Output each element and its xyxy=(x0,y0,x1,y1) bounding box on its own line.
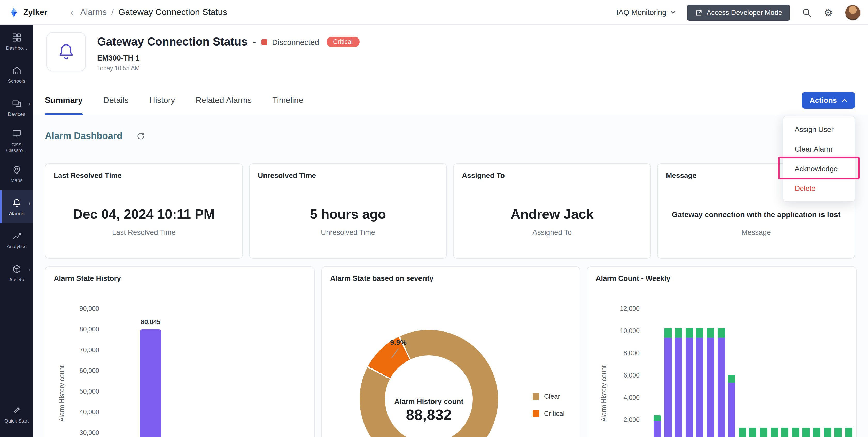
search-icon[interactable] xyxy=(801,7,812,18)
y-axis-tick: 40,000 xyxy=(58,408,99,416)
page-title: Gateway Connection Status xyxy=(97,35,247,49)
sidebar-item-quick-start[interactable]: Quick Start xyxy=(0,398,33,431)
stat-card-title: Last Resolved Time xyxy=(54,171,122,179)
stacked-bar xyxy=(675,328,682,437)
assets-icon xyxy=(11,264,22,274)
bar-segment-green xyxy=(717,328,724,338)
quick-start-icon xyxy=(11,405,22,415)
y-axis-tick: 60,000 xyxy=(58,367,99,375)
stacked-bar xyxy=(760,428,767,437)
stat-card-sublabel: Last Resolved Time xyxy=(45,228,242,236)
tab-related-alarms[interactable]: Related Alarms xyxy=(195,86,252,115)
chevron-right-icon: › xyxy=(28,200,30,207)
chart-title: Alarm State based on severity xyxy=(330,274,433,282)
chart-alarm-severity-donut: Alarm State based on severity 9.9% Alarm… xyxy=(321,266,580,437)
external-window-icon xyxy=(695,8,703,16)
menu-item-delete[interactable]: Delete xyxy=(783,178,855,198)
workspace-name: IAQ Monitoring xyxy=(616,8,666,17)
logo-text: Zylker xyxy=(23,7,48,17)
page-title-row: Gateway Connection Status - Disconnected… xyxy=(97,35,359,49)
y-axis-tick: 12,000 xyxy=(598,304,640,313)
stacked-bar xyxy=(781,428,788,437)
bar-segment-green xyxy=(739,428,746,437)
stat-card-assigned-to: Assigned To Andrew Jack Assigned To xyxy=(453,164,651,259)
stacked-bar xyxy=(813,428,820,437)
bar-segment-green xyxy=(781,428,788,437)
y-axis-tick: 4,000 xyxy=(598,394,640,402)
menu-item-acknowledge[interactable]: Acknowledge xyxy=(783,159,855,178)
bar-segment-green xyxy=(771,428,778,437)
sidebar-item-dashboard[interactable]: Dashbo... xyxy=(0,25,33,58)
stat-card-value: Andrew Jack xyxy=(454,206,650,223)
sidebar-item-alarms[interactable]: Alarms › xyxy=(0,190,33,224)
y-axis-tick: 10,000 xyxy=(598,327,640,335)
slice-data-label: 9.9% xyxy=(383,338,414,347)
stat-card-last-resolved: Last Resolved Time Dec 04, 2024 10:11 PM… xyxy=(45,164,243,259)
back-chevron-icon[interactable]: ‹ xyxy=(70,6,74,18)
stacked-bar xyxy=(717,328,724,437)
chevron-down-icon xyxy=(670,10,676,14)
top-bar: Zylker ‹ Alarms / Gateway Connection Sta… xyxy=(0,0,868,25)
main-area: Gateway Connection Status - Disconnected… xyxy=(33,25,868,437)
sidebar-item-devices[interactable]: Devices › xyxy=(0,91,33,124)
menu-item-clear-alarm[interactable]: Clear Alarm xyxy=(783,139,855,159)
breadcrumb: Alarms / Gateway Connection Status xyxy=(80,7,227,17)
y-axis-tick: 30,000 xyxy=(58,429,99,437)
alarm-icon xyxy=(11,198,22,208)
zylker-logo-icon xyxy=(8,6,20,18)
legend-swatch-critical xyxy=(533,410,539,417)
stacked-bar xyxy=(749,428,757,437)
sidebar-item-schools[interactable]: Schools xyxy=(0,58,33,91)
zylker-logo[interactable]: Zylker xyxy=(8,6,48,18)
sidebar-item-maps[interactable]: Maps xyxy=(0,157,33,190)
chevron-right-icon: › xyxy=(28,100,30,108)
legend-item-critical: Critical xyxy=(533,410,564,417)
stacked-bar xyxy=(845,428,852,437)
app-window: Zylker ‹ Alarms / Gateway Connection Sta… xyxy=(0,0,868,437)
y-axis-tick: 2,000 xyxy=(598,416,640,424)
y-axis-tick: 50,000 xyxy=(58,387,99,396)
stat-card-title: Assigned To xyxy=(462,171,505,179)
donut-center: Alarm History count 88,832 xyxy=(377,397,480,424)
y-axis-tick: 90,000 xyxy=(58,304,99,313)
access-developer-mode-button[interactable]: Access Developer Mode xyxy=(687,4,790,21)
tab-timeline[interactable]: Timeline xyxy=(272,86,303,115)
sidebar-item-analytics[interactable]: Analytics xyxy=(0,224,33,257)
y-axis-tick: 70,000 xyxy=(58,346,99,354)
menu-item-assign-user[interactable]: Assign User xyxy=(783,119,855,139)
sidebar-item-label: Analytics xyxy=(7,243,26,249)
sidebar-item-label: Assets xyxy=(9,277,24,282)
legend-label: Critical xyxy=(544,410,564,417)
alarm-type-icon-card xyxy=(46,32,86,71)
y-axis-tick: 8,000 xyxy=(598,349,640,357)
analytics-icon xyxy=(11,231,22,241)
stacked-bar xyxy=(739,428,746,437)
device-name: EM300-TH 1 xyxy=(97,54,140,62)
bar-segment-green xyxy=(792,428,799,437)
dashboard-content: Alarm Dashboard Last Resolved Time Dec 0… xyxy=(33,115,868,437)
title-dash: - xyxy=(253,36,256,48)
bar-segment-green xyxy=(749,428,757,437)
breadcrumb-parent[interactable]: Alarms xyxy=(80,7,107,17)
refresh-icon[interactable] xyxy=(136,132,145,141)
stacked-bar xyxy=(834,428,842,437)
bell-icon xyxy=(56,42,76,62)
sidebar-item-assets[interactable]: Assets › xyxy=(0,257,33,290)
sidebar-item-css-classrooms[interactable]: CSS Classro... xyxy=(0,124,33,157)
slice-leader-line xyxy=(388,348,402,361)
bar-segment-green xyxy=(834,428,842,437)
gear-icon[interactable]: ⚙ xyxy=(823,7,833,18)
tab-summary[interactable]: Summary xyxy=(45,86,83,115)
user-avatar[interactable] xyxy=(845,4,861,21)
severity-badge: Critical xyxy=(326,37,359,47)
bar-segment-green xyxy=(675,328,682,338)
breadcrumb-separator: / xyxy=(111,7,114,17)
bar-value-label: 80,045 xyxy=(125,319,177,326)
workspace-picker[interactable]: IAQ Monitoring xyxy=(616,8,676,17)
bar-segment-green xyxy=(845,428,852,437)
tab-history[interactable]: History xyxy=(149,86,175,115)
sidebar-item-label: Alarms xyxy=(9,210,24,216)
stacked-bar xyxy=(686,328,693,437)
tab-details[interactable]: Details xyxy=(103,86,129,115)
actions-button[interactable]: Actions xyxy=(802,92,855,109)
